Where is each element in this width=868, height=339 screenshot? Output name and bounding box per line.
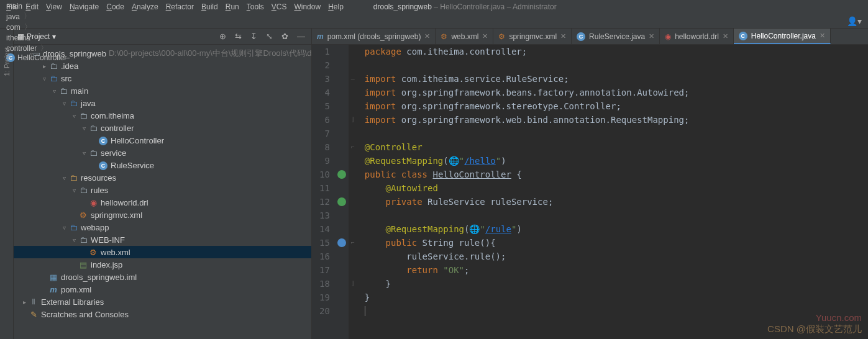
tree-arrow-icon[interactable]: ▿ xyxy=(60,100,68,107)
fold-margin[interactable]: –⌋⌐⌐⌋ xyxy=(349,45,357,339)
src-folder-icon: 🗀 xyxy=(50,74,58,83)
user-icon[interactable]: 👤▾ xyxy=(847,16,862,26)
code-body[interactable]: package com.itheima.controller; import c… xyxy=(357,45,868,339)
tree-item-index-jsp[interactable]: ▤index.jsp xyxy=(14,258,311,271)
expand-icon[interactable]: ⇆ xyxy=(232,32,244,41)
tree-arrow-icon[interactable]: ▿ xyxy=(70,112,78,119)
tree-item-resources[interactable]: ▿🗀resources xyxy=(14,171,311,184)
tree-arrow-icon[interactable]: ▿ xyxy=(70,237,78,243)
tab-springmvc-xml[interactable]: ⚙springmvc.xml✕ xyxy=(493,29,572,44)
editor-area: mpom.xml (drools_springweb)✕⚙web.xml✕⚙sp… xyxy=(312,29,868,339)
crumb-main[interactable]: main xyxy=(4,1,78,11)
folder-icon: 🗀 xyxy=(60,86,68,96)
tree-item-src[interactable]: ▿🗀src xyxy=(14,72,311,84)
project-tool-label[interactable]: 1: Project xyxy=(3,47,11,76)
gutter-marks xyxy=(336,45,349,339)
project-tree[interactable]: ▿▭drools_springweb D:\00-projects\000-al… xyxy=(14,45,311,339)
resources-folder-icon: 🗀 xyxy=(70,173,78,183)
tree-item-hellocontroller[interactable]: CHelloController xyxy=(14,134,311,147)
tree-item-rules[interactable]: ▿🗀rules xyxy=(14,184,311,196)
select-opened-icon[interactable]: ⊕ xyxy=(217,32,229,41)
menu-window[interactable]: Window xyxy=(290,1,324,12)
tree-arrow-icon[interactable]: ▿ xyxy=(50,88,58,94)
menu-build[interactable]: Build xyxy=(198,1,222,12)
drl-icon: ◉ xyxy=(665,32,671,41)
tree-item-springmvc-xml[interactable]: ⚙springmvc.xml xyxy=(14,209,311,221)
tab-ruleservice-java[interactable]: CRuleService.java✕ xyxy=(572,29,660,44)
scroll-icon[interactable]: ↧ xyxy=(248,32,260,41)
tree-label: index.jsp xyxy=(91,260,122,269)
menu-vcs[interactable]: VCS xyxy=(268,1,291,12)
menu-analyze[interactable]: Analyze xyxy=(128,1,162,12)
tree-item-java[interactable]: ▿🗀java xyxy=(14,97,311,109)
tab-web-xml[interactable]: ⚙web.xml✕ xyxy=(436,29,493,44)
class-icon: C xyxy=(739,32,747,40)
tab-hellocontroller-java[interactable]: CHelloController.java✕ xyxy=(734,29,831,44)
xml-icon: ⚙ xyxy=(498,32,505,41)
xml-icon: ⚙ xyxy=(89,248,97,257)
close-icon[interactable]: ✕ xyxy=(482,32,488,40)
src-folder-icon: 🗀 xyxy=(70,99,78,108)
tree-item-external-libraries[interactable]: ▸⫴External Libraries xyxy=(14,296,311,308)
close-icon[interactable]: ✕ xyxy=(820,32,825,40)
window-title: drools_springweb – HelloController.java … xyxy=(373,2,557,11)
tab-helloworld-drl[interactable]: ◉helloworld.drl✕ xyxy=(660,29,734,44)
menu-code[interactable]: Code xyxy=(103,1,128,12)
crumb-controller[interactable]: controller xyxy=(4,43,78,53)
tree-arrow-icon[interactable]: ▸ xyxy=(40,63,48,70)
tree-item-webapp[interactable]: ▿🗀webapp xyxy=(14,221,311,233)
tree-arrow-icon[interactable]: ▿ xyxy=(80,150,88,156)
tree-label: service xyxy=(101,148,126,158)
crumb-itheima[interactable]: itheima xyxy=(4,32,78,43)
tab-label: pom.xml (drools_springweb) xyxy=(327,32,421,41)
editor-tabs: mpom.xml (drools_springweb)✕⚙web.xml✕⚙sp… xyxy=(312,29,868,45)
tab-pom-xml-drools-springweb-[interactable]: mpom.xml (drools_springweb)✕ xyxy=(312,29,436,44)
tree-arrow-icon[interactable]: ▿ xyxy=(80,125,88,132)
tree-item-scratches-and-consoles[interactable]: ✎Scratches and Consoles xyxy=(14,308,311,320)
class-icon: C xyxy=(99,161,107,170)
hide-icon[interactable]: — xyxy=(295,32,308,41)
tree-arrow-icon[interactable]: ▿ xyxy=(60,174,68,181)
tree-arrow-icon[interactable]: ▿ xyxy=(70,187,78,194)
tree-label: controller xyxy=(101,124,134,133)
close-icon[interactable]: ✕ xyxy=(649,32,654,40)
menu-run[interactable]: Run xyxy=(222,1,243,12)
tree-path: D:\00-projects\000-all\00-my\中台\规则引擎Droo… xyxy=(109,48,311,59)
menu-help[interactable]: Help xyxy=(324,1,347,12)
tree-item-web-inf[interactable]: ▿🗀WEB-INF xyxy=(14,233,311,246)
menu-tools[interactable]: Tools xyxy=(243,1,268,12)
tree-item-web-xml[interactable]: ⚙web.xml xyxy=(14,246,311,258)
menu-refactor[interactable]: Refactor xyxy=(162,1,198,12)
tree-item-drools-springweb-iml[interactable]: ▦drools_springweb.iml xyxy=(14,271,311,283)
tree-arrow-icon[interactable]: ▸ xyxy=(20,299,29,305)
crumb-com[interactable]: com xyxy=(4,22,78,32)
folder-icon: 🗀 xyxy=(80,235,88,245)
tree-arrow-icon[interactable]: ▿ xyxy=(40,75,48,82)
tab-label: web.xml xyxy=(451,32,478,41)
close-icon[interactable]: ✕ xyxy=(424,32,430,40)
tree-item-helloworld-drl[interactable]: ◉helloworld.drl xyxy=(14,196,311,209)
close-icon[interactable]: ✕ xyxy=(723,32,728,40)
folder-icon: 🗀 xyxy=(50,61,58,71)
tree-item-com-itheima[interactable]: ▿🗀com.itheima xyxy=(14,109,311,122)
tree-item-pom-xml[interactable]: mpom.xml xyxy=(14,283,311,296)
tab-label: RuleService.java xyxy=(589,32,645,41)
settings-icon[interactable]: ✿ xyxy=(279,32,291,41)
crumb-hellocontroller[interactable]: C HelloController xyxy=(4,53,78,62)
tree-item-service[interactable]: ▿🗀service xyxy=(14,147,311,159)
tree-label: rules xyxy=(91,186,108,195)
crumb-java[interactable]: java xyxy=(4,11,78,22)
tab-label: HelloController.java xyxy=(751,32,816,40)
main: 1: Project ▦ Project ▾ ⊕ ⇆ ↧ ⤡ ✿ — ▿▭dro… xyxy=(0,29,868,339)
code-editor[interactable]: 1234567891011121314151617181920 –⌋⌐⌐⌋ pa… xyxy=(312,45,868,339)
tree-item-main[interactable]: ▿🗀main xyxy=(14,84,311,97)
collapse-icon[interactable]: ⤡ xyxy=(263,32,275,41)
tree-label: springmvc.xml xyxy=(91,210,142,220)
tree-arrow-icon[interactable]: ▿ xyxy=(60,224,68,231)
tree-label: drools_springweb.iml xyxy=(61,273,137,282)
tree-item-controller[interactable]: ▿🗀controller xyxy=(14,122,311,134)
tree-label: RuleService xyxy=(111,161,154,170)
web-folder-icon: 🗀 xyxy=(70,223,78,232)
tree-item-ruleservice[interactable]: CRuleService xyxy=(14,159,311,171)
close-icon[interactable]: ✕ xyxy=(560,32,566,40)
